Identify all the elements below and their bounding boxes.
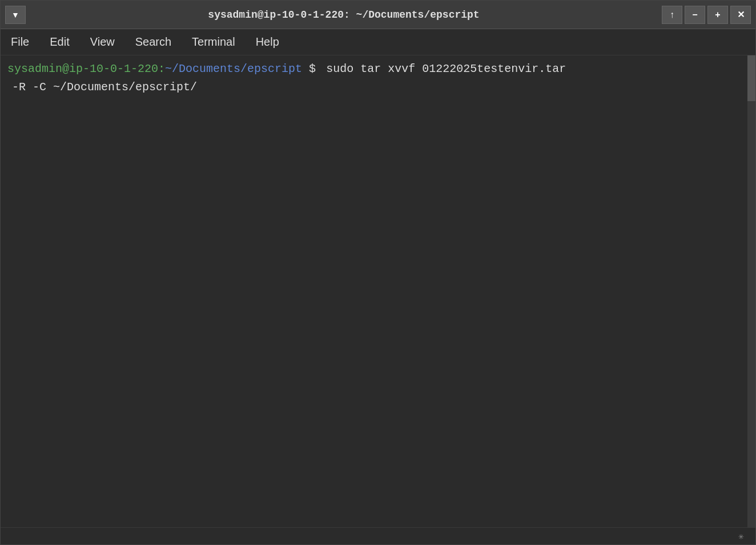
- command-continuation: -R -C ~/Documents/epscript/: [7, 78, 749, 97]
- menu-bar: File Edit View Search Terminal Help: [1, 29, 755, 55]
- upload-button[interactable]: ↑: [662, 6, 682, 24]
- command-line: sysadmin@ip-10-0-1-220 : ~/Documents/eps…: [7, 60, 749, 78]
- add-tab-button[interactable]: +: [707, 6, 728, 24]
- menu-view[interactable]: View: [87, 33, 118, 51]
- prompt-user: sysadmin@ip-10-0-1-220: [7, 60, 158, 78]
- menu-help[interactable]: Help: [252, 33, 283, 51]
- menu-file[interactable]: File: [7, 33, 33, 51]
- terminal-window: ▼ sysadmin@ip-10-0-1-220: ~/Documents/ep…: [0, 0, 756, 545]
- scrollbar[interactable]: [747, 55, 755, 527]
- command-text-part1: sudo tar xvvf 01222025testenvir.tar: [319, 60, 566, 78]
- prompt-separator: :: [158, 60, 165, 78]
- terminal-footer: ✳: [1, 527, 755, 544]
- close-button[interactable]: ✕: [730, 6, 751, 24]
- footer-icon: ✳: [738, 531, 744, 542]
- minimize-button[interactable]: −: [685, 6, 705, 24]
- terminal-content[interactable]: sysadmin@ip-10-0-1-220 : ~/Documents/eps…: [1, 55, 755, 527]
- menu-search[interactable]: Search: [132, 33, 175, 51]
- menu-terminal[interactable]: Terminal: [188, 33, 239, 51]
- window-title: sysadmin@ip-10-0-1-220: ~/Documents/epsc…: [26, 9, 662, 21]
- prompt-dollar: $: [302, 60, 316, 78]
- dropdown-button[interactable]: ▼: [5, 6, 26, 24]
- title-bar: ▼ sysadmin@ip-10-0-1-220: ~/Documents/ep…: [1, 1, 755, 29]
- scrollbar-thumb[interactable]: [747, 55, 755, 101]
- menu-edit[interactable]: Edit: [46, 33, 73, 51]
- window-controls: ↑ − + ✕: [662, 6, 751, 24]
- title-bar-left: ▼: [5, 6, 26, 24]
- prompt-path: ~/Documents/epscript: [165, 60, 302, 78]
